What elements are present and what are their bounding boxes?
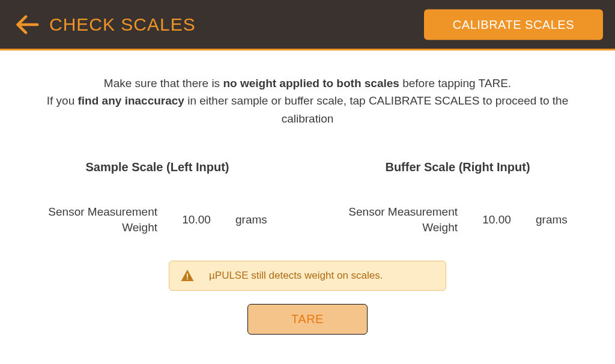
sample-scale-title: Sample Scale (Left Input) <box>25 160 289 174</box>
instr2-post: in either sample or buffer scale, tap CA… <box>184 94 568 124</box>
instruction-line-2: If you find any inaccuracy in either sam… <box>25 92 590 127</box>
instr2-bold: find any inaccuracy <box>78 94 184 107</box>
warning-text: µPULSE still detects weight on scales. <box>209 270 383 282</box>
sample-measurement-label: Sensor Measurement Weight <box>37 204 157 235</box>
top-bar: CHECK SCALES CALIBRATE SCALES <box>0 0 615 50</box>
arrow-left-icon <box>13 11 41 38</box>
sample-measurement-value: 10.00 <box>175 213 217 226</box>
instruction-line-1: Make sure that there is no weight applie… <box>25 74 590 92</box>
buffer-scale-column: Buffer Scale (Right Input) Sensor Measur… <box>326 160 590 235</box>
warning-triangle-icon <box>180 268 195 283</box>
instr1-post: before tapping TARE. <box>399 77 511 89</box>
scales-readout: Sample Scale (Left Input) Sensor Measure… <box>24 160 591 235</box>
svg-rect-2 <box>187 278 188 279</box>
weight-detected-warning: µPULSE still detects weight on scales. <box>169 261 446 291</box>
instr1-pre: Make sure that there is <box>104 77 223 89</box>
buffer-scale-row: Sensor Measurement Weight 10.00 grams <box>326 204 590 235</box>
main-content: Make sure that there is no weight applie… <box>0 50 615 335</box>
buffer-scale-title: Buffer Scale (Right Input) <box>326 160 590 174</box>
buffer-measurement-label: Sensor Measurement Weight <box>338 204 458 235</box>
svg-rect-1 <box>187 273 188 278</box>
tare-button[interactable]: TARE <box>247 304 368 335</box>
instr1-bold: no weight applied to both scales <box>223 77 399 89</box>
sample-scale-row: Sensor Measurement Weight 10.00 grams <box>25 204 289 235</box>
calibrate-scales-button[interactable]: CALIBRATE SCALES <box>424 9 603 40</box>
buffer-measurement-value: 10.00 <box>476 213 518 226</box>
instr2-pre: If you <box>47 94 78 107</box>
buffer-measurement-unit: grams <box>536 213 578 226</box>
back-button[interactable] <box>12 10 42 40</box>
sample-scale-column: Sample Scale (Left Input) Sensor Measure… <box>25 160 289 235</box>
sample-measurement-unit: grams <box>235 213 277 226</box>
page-title: CHECK SCALES <box>49 14 196 35</box>
